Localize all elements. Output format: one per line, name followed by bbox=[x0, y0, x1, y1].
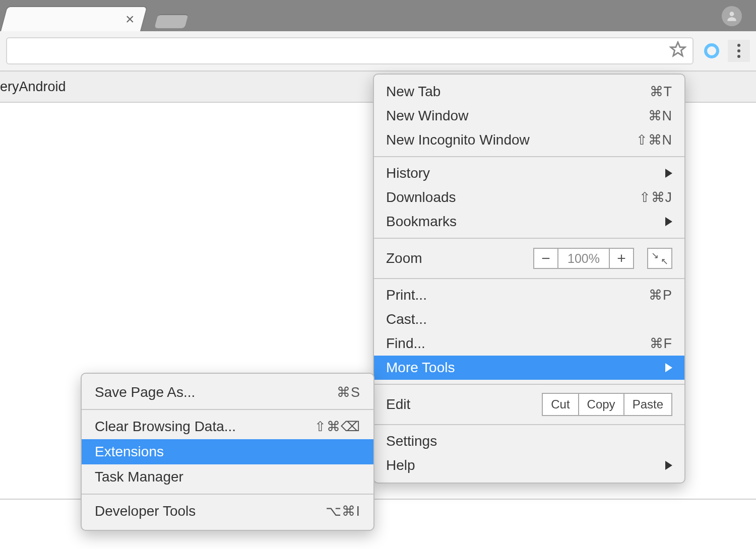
menu-separator bbox=[374, 384, 684, 385]
ring-icon bbox=[704, 43, 719, 58]
fullscreen-button[interactable] bbox=[647, 248, 672, 269]
menu-item-label: Downloads bbox=[386, 189, 639, 205]
menu-item-label: Task Manager bbox=[95, 469, 360, 485]
shortcut-text: ⌘N bbox=[648, 108, 673, 124]
profile-button[interactable] bbox=[722, 6, 742, 26]
menu-separator bbox=[374, 238, 684, 239]
menu-item-label: Print... bbox=[386, 287, 649, 303]
menu-zoom: Zoom − 100% + bbox=[374, 243, 684, 274]
menu-downloads[interactable]: Downloads ⇧⌘J bbox=[374, 185, 684, 210]
menu-separator bbox=[374, 156, 684, 157]
menu-item-label: Zoom bbox=[386, 250, 533, 266]
submenu-arrow-icon bbox=[665, 169, 672, 178]
cut-button[interactable]: Cut bbox=[542, 393, 579, 416]
submenu-arrow-icon bbox=[665, 217, 672, 226]
menu-separator bbox=[82, 409, 373, 410]
menu-new-incognito-window[interactable]: New Incognito Window ⇧⌘N bbox=[374, 128, 684, 152]
shortcut-text: ⌘T bbox=[650, 84, 673, 100]
menu-settings[interactable]: Settings bbox=[374, 429, 684, 453]
menu-bookmarks[interactable]: Bookmarks bbox=[374, 210, 684, 234]
menu-item-label: Save Page As... bbox=[95, 384, 337, 400]
svg-marker-1 bbox=[671, 42, 685, 55]
menu-new-window[interactable]: New Window ⌘N bbox=[374, 104, 684, 128]
menu-help[interactable]: Help bbox=[374, 453, 684, 477]
browser-toolbar bbox=[0, 31, 756, 72]
menu-edit: Edit Cut Copy Paste bbox=[374, 389, 684, 420]
more-tools-submenu: Save Page As... ⌘S Clear Browsing Data..… bbox=[81, 373, 374, 531]
menu-item-label: Help bbox=[386, 457, 665, 473]
zoom-value: 100% bbox=[558, 248, 609, 269]
shortcut-text: ⇧⌘N bbox=[636, 132, 673, 148]
menu-item-label: Bookmarks bbox=[386, 214, 665, 230]
svg-point-0 bbox=[730, 12, 734, 16]
menu-item-label: New Tab bbox=[386, 84, 650, 100]
submenu-extensions[interactable]: Extensions bbox=[82, 439, 373, 464]
menu-item-label: Developer Tools bbox=[95, 503, 326, 519]
shortcut-text: ⇧⌘J bbox=[639, 189, 673, 205]
kebab-dot-icon bbox=[737, 55, 740, 58]
shortcut-text: ⇧⌘⌫ bbox=[314, 419, 360, 435]
new-tab-button[interactable] bbox=[154, 14, 188, 28]
menu-item-label: Find... bbox=[386, 335, 650, 352]
kebab-dot-icon bbox=[737, 44, 740, 47]
chrome-menu-button[interactable] bbox=[728, 40, 750, 62]
menu-item-label: Settings bbox=[386, 433, 672, 449]
edit-buttons: Cut Copy Paste bbox=[542, 393, 672, 416]
chrome-main-menu: New Tab ⌘T New Window ⌘N New Incognito W… bbox=[373, 74, 685, 484]
browser-tab[interactable]: × bbox=[0, 6, 148, 31]
menu-cast[interactable]: Cast... bbox=[374, 307, 684, 331]
menu-history[interactable]: History bbox=[374, 161, 684, 185]
menu-item-label: Clear Browsing Data... bbox=[95, 419, 314, 435]
browser-titlebar: × bbox=[0, 0, 756, 31]
menu-item-label: New Window bbox=[386, 108, 648, 124]
submenu-task-manager[interactable]: Task Manager bbox=[82, 464, 373, 490]
shortcut-text: ⌘P bbox=[649, 287, 672, 303]
menu-item-label: History bbox=[386, 165, 665, 181]
menu-item-label: More Tools bbox=[386, 360, 665, 376]
menu-item-label: Extensions bbox=[95, 444, 360, 460]
shortcut-text: ⌘S bbox=[337, 384, 360, 400]
menu-separator bbox=[374, 424, 684, 425]
submenu-arrow-icon bbox=[665, 363, 672, 372]
menu-item-label: Edit bbox=[386, 396, 542, 413]
menu-item-label: Cast... bbox=[386, 311, 672, 327]
menu-separator bbox=[374, 278, 684, 279]
menu-print[interactable]: Print... ⌘P bbox=[374, 283, 684, 307]
extension-ring-button[interactable] bbox=[701, 40, 723, 62]
close-tab-icon[interactable]: × bbox=[125, 12, 135, 27]
zoom-in-button[interactable]: + bbox=[609, 248, 634, 269]
submenu-arrow-icon bbox=[665, 461, 672, 470]
menu-separator bbox=[82, 494, 373, 495]
zoom-controls: − 100% + bbox=[533, 248, 634, 269]
menu-item-label: New Incognito Window bbox=[386, 132, 636, 148]
shortcut-text: ⌥⌘I bbox=[326, 503, 360, 519]
menu-more-tools[interactable]: More Tools bbox=[374, 356, 684, 380]
page-path-text: eryAndroid bbox=[0, 79, 66, 95]
submenu-developer-tools[interactable]: Developer Tools ⌥⌘I bbox=[82, 499, 373, 524]
shortcut-text: ⌘F bbox=[650, 335, 673, 352]
menu-new-tab[interactable]: New Tab ⌘T bbox=[374, 80, 684, 104]
menu-find[interactable]: Find... ⌘F bbox=[374, 331, 684, 356]
kebab-dot-icon bbox=[737, 49, 740, 52]
paste-button[interactable]: Paste bbox=[624, 393, 672, 416]
submenu-clear-browsing-data[interactable]: Clear Browsing Data... ⇧⌘⌫ bbox=[82, 414, 373, 439]
zoom-out-button[interactable]: − bbox=[533, 248, 558, 269]
submenu-save-page-as[interactable]: Save Page As... ⌘S bbox=[82, 380, 373, 405]
address-bar[interactable] bbox=[6, 37, 694, 64]
bookmark-star-icon[interactable] bbox=[669, 41, 686, 61]
copy-button[interactable]: Copy bbox=[579, 393, 624, 416]
person-icon bbox=[725, 10, 738, 23]
